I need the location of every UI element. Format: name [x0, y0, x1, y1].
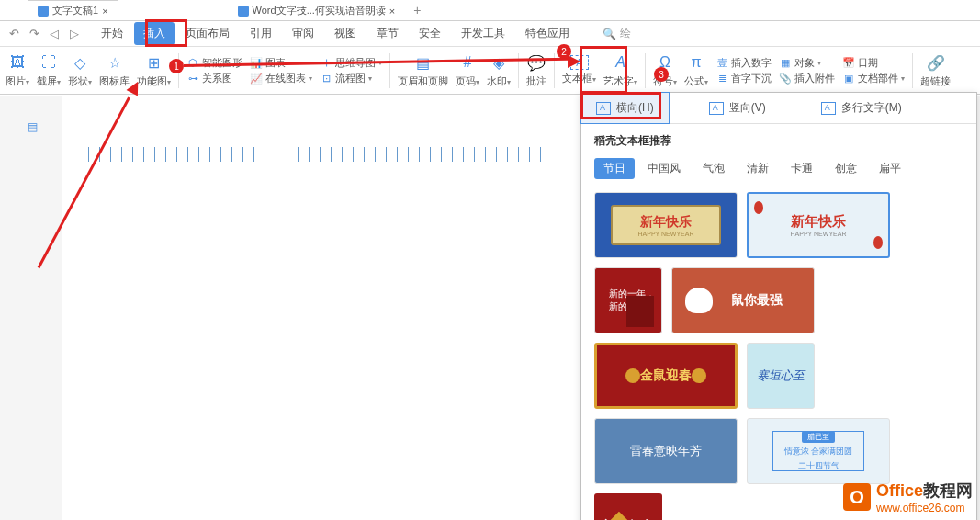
textbox-dropdown-panel: 横向(H) 竖向(V) 多行文字(M) 稻壳文本框推荐 节日 中国风 气泡 清新… — [580, 92, 977, 520]
picture-icon: 🖼 — [7, 52, 28, 73]
ribbon-relation[interactable]: ⊶关系图 — [186, 72, 242, 85]
template-card[interactable]: 新年快乐HAPPY NEWYEAR — [594, 192, 738, 258]
category-tabs: 节日 中国风 气泡 清新 卡通 创意 扁平 — [581, 154, 976, 188]
ribbon-toolbar: 🖼图片▾ ⛶截屏▾ ◇形状▾ ☆图标库 ⊞功能图▾ ⬡智能图形 ⊶关系图 📊图表… — [0, 47, 980, 95]
ribbon-docpart[interactable]: ▣文档部件▾ — [842, 72, 905, 85]
doc-tab-2[interactable]: Word文字技...何实现语音朗读 × — [229, 1, 405, 20]
undo-button[interactable]: ↶ — [6, 26, 22, 42]
search-area[interactable]: 🔍 绘 — [603, 26, 980, 41]
ribbon-smartgraph[interactable]: ⬡智能图形 — [186, 56, 242, 70]
ribbon-formula[interactable]: π公式▾ — [684, 52, 708, 88]
cat-fresh[interactable]: 清新 — [738, 158, 778, 179]
iconlib-icon: ☆ — [105, 52, 125, 73]
comment-icon: 💬 — [526, 52, 546, 73]
vertical-icon — [709, 102, 724, 115]
badge-1: 1 — [169, 59, 184, 73]
redo-button[interactable]: ↷ — [26, 26, 42, 42]
cat-chinese[interactable]: 中国风 — [638, 158, 690, 179]
template-card[interactable]: 寒垣心至 — [747, 343, 815, 409]
badge-2: 2 — [557, 44, 571, 59]
shape-icon: ◇ — [70, 52, 90, 73]
highlight-2 — [580, 46, 627, 94]
badge-3: 3 — [654, 67, 669, 82]
highlight-3 — [580, 92, 661, 119]
watermark-brand: Office教程网 — [876, 480, 973, 502]
watermark-icon: ◈ — [489, 52, 509, 73]
search-placeholder: 绘 — [620, 26, 631, 41]
ribbon-flowchart[interactable]: ⊡流程图▾ — [320, 72, 382, 85]
menu-safe[interactable]: 安全 — [410, 22, 450, 45]
template-card[interactable]: 新的一年，新的愿望。 — [594, 267, 662, 333]
forward-button[interactable]: ▷ — [66, 26, 83, 42]
document-tabs-bar: 文字文稿1 × Word文字技...何实现语音朗读 × + — [0, 0, 980, 21]
left-margin: ▤ — [0, 96, 62, 520]
separator — [645, 53, 646, 88]
back-button[interactable]: ◁ — [46, 26, 62, 42]
option-multiline[interactable]: 多行文字(M) — [806, 93, 917, 123]
cat-flat[interactable]: 扁平 — [870, 158, 910, 179]
cat-holiday[interactable]: 节日 — [594, 158, 635, 179]
ribbon-insertnum[interactable]: 壹插入数字 — [715, 56, 772, 70]
ribbon-dropcap[interactable]: ≣首字下沉 — [715, 72, 772, 85]
new-tab-button[interactable]: + — [404, 0, 430, 20]
ribbon-object[interactable]: ▦对象▾ — [779, 56, 835, 70]
ribbon-hyperlink[interactable]: 🔗超链接 — [920, 52, 951, 88]
ribbon-screenshot[interactable]: ⛶截屏▾ — [37, 52, 61, 88]
ribbon-header[interactable]: ▤页眉和页脚 — [398, 52, 448, 88]
docpart-icon: ▣ — [842, 72, 855, 85]
cat-creative[interactable]: 创意 — [826, 158, 866, 179]
menu-view[interactable]: 视图 — [325, 22, 366, 45]
history-controls: ↶ ↷ ◁ ▷ — [6, 26, 90, 42]
template-card[interactable]: 新年快乐HAPPY NEWYEAR — [747, 192, 890, 258]
template-card[interactable]: 鼠你最强 — [671, 267, 815, 333]
page-thumbnail-icon[interactable]: ▤ — [28, 120, 40, 133]
ribbon-pagenum[interactable]: #页码▾ — [456, 52, 479, 88]
arrow-head-2 — [568, 55, 580, 68]
funcchart-icon: ⊞ — [144, 52, 164, 73]
ribbon-shape[interactable]: ◇形状▾ — [68, 52, 92, 88]
ribbon-onlinechart[interactable]: 📈在线图表▾ — [250, 72, 312, 85]
doc-icon — [38, 6, 49, 17]
onlinechart-icon: 📈 — [250, 72, 263, 85]
template-card[interactable]: 金鼠迎春 — [594, 343, 738, 409]
relation-icon: ⊶ — [186, 72, 199, 85]
menu-ref[interactable]: 引用 — [241, 22, 281, 45]
insertnum-icon: 壹 — [715, 56, 728, 69]
search-icon: 🔍 — [603, 28, 616, 40]
flowchart-icon: ⊡ — [320, 72, 332, 85]
menu-review[interactable]: 审阅 — [283, 22, 323, 45]
menu-dev[interactable]: 开发工具 — [452, 22, 514, 45]
close-icon[interactable]: × — [102, 6, 107, 17]
menu-special[interactable]: 特色应用 — [516, 22, 579, 45]
ribbon-picture[interactable]: 🖼图片▾ — [6, 52, 29, 88]
dropcap-icon: ≣ — [715, 72, 728, 85]
template-card[interactable]: 新年贺卡 — [594, 493, 662, 520]
ribbon-attach[interactable]: 📎插入附件 — [779, 72, 835, 85]
menu-section[interactable]: 章节 — [367, 22, 408, 45]
template-card[interactable]: 雷春意映年芳 — [594, 418, 738, 484]
ribbon-iconlib[interactable]: ☆图标库 — [99, 52, 130, 88]
template-grid: 新年快乐HAPPY NEWYEAR 新年快乐HAPPY NEWYEAR 新的一年… — [581, 188, 976, 520]
watermark-url: www.office26.com — [876, 502, 973, 514]
doc-icon — [238, 6, 249, 17]
template-card[interactable]: 腊已至情意浓 合家满团圆二十四节气 — [747, 418, 890, 484]
multiline-icon — [821, 102, 836, 115]
separator — [912, 53, 913, 88]
formula-icon: π — [686, 52, 706, 73]
doc-tab-1[interactable]: 文字文稿1 × — [28, 0, 118, 20]
watermark: O Office教程网 www.office26.com — [843, 480, 973, 514]
hyperlink-icon: 🔗 — [926, 52, 946, 73]
option-vertical[interactable]: 竖向(V) — [694, 93, 781, 123]
cat-bubble[interactable]: 气泡 — [693, 158, 734, 179]
tab-label: Word文字技...何实现语音朗读 — [253, 4, 386, 17]
date-icon: 📅 — [842, 56, 855, 69]
ribbon-date[interactable]: 📅日期 — [842, 56, 905, 70]
watermark-icon: O — [843, 483, 871, 511]
close-icon[interactable]: × — [389, 6, 395, 17]
attach-icon: 📎 — [779, 72, 792, 85]
menu-start[interactable]: 开始 — [92, 22, 132, 45]
cat-cartoon[interactable]: 卡通 — [782, 158, 822, 179]
pagenum-icon: # — [457, 52, 478, 73]
highlight-1 — [145, 19, 187, 47]
object-icon: ▦ — [779, 56, 792, 69]
